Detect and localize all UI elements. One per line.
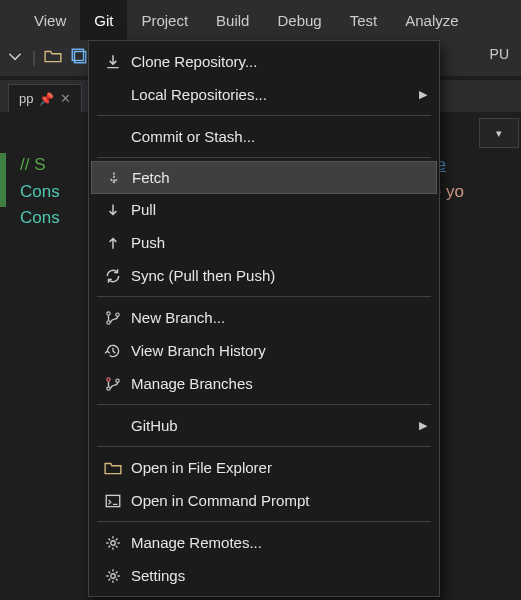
- menu-label: New Branch...: [131, 309, 225, 326]
- menu-label: Commit or Stash...: [131, 128, 255, 145]
- code-type: Cons: [20, 182, 60, 201]
- pull-icon: [101, 201, 125, 219]
- history-icon: [101, 342, 125, 360]
- menu-label: Pull: [131, 201, 156, 218]
- chevron-down-icon[interactable]: [6, 47, 24, 69]
- menu-test[interactable]: Test: [336, 0, 392, 40]
- toolbar-right-text: PU: [490, 46, 509, 62]
- open-folder-icon[interactable]: [44, 47, 62, 69]
- push-icon: [101, 234, 125, 252]
- menu-label: Settings: [131, 567, 185, 584]
- manage-remotes-item[interactable]: Manage Remotes...: [89, 526, 439, 559]
- svg-point-6: [107, 386, 110, 389]
- fetch-icon: [102, 169, 126, 187]
- pin-icon[interactable]: 📌: [39, 92, 54, 106]
- svg-point-2: [107, 311, 110, 314]
- separator: [97, 115, 431, 116]
- svg-point-3: [107, 320, 110, 323]
- separator: [97, 446, 431, 447]
- svg-point-5: [107, 377, 110, 380]
- menu-label: Fetch: [132, 169, 170, 186]
- clone-repository-item[interactable]: Clone Repository...: [89, 45, 439, 78]
- settings-item[interactable]: Settings: [89, 559, 439, 592]
- push-item[interactable]: Push: [89, 226, 439, 259]
- sync-icon: [101, 267, 125, 285]
- menubar: View Git Project Build Debug Test Analyz…: [0, 0, 521, 40]
- menu-label: GitHub: [131, 417, 178, 434]
- open-command-prompt-item[interactable]: Open in Command Prompt: [89, 484, 439, 517]
- git-dropdown: Clone Repository... Local Repositories..…: [88, 40, 440, 597]
- submenu-arrow-icon: ▶: [419, 419, 427, 432]
- svg-point-9: [111, 540, 116, 545]
- sync-item[interactable]: Sync (Pull then Push): [89, 259, 439, 292]
- menu-label: Open in Command Prompt: [131, 492, 309, 509]
- tab-name: pp: [19, 91, 33, 106]
- menu-analyze[interactable]: Analyze: [391, 0, 472, 40]
- menu-label: Manage Remotes...: [131, 534, 262, 551]
- terminal-icon: [101, 492, 125, 510]
- local-repositories-item[interactable]: Local Repositories... ▶: [89, 78, 439, 111]
- code-string: yo: [446, 182, 464, 201]
- menu-project[interactable]: Project: [127, 0, 202, 40]
- menu-label: Push: [131, 234, 165, 251]
- separator: |: [32, 49, 36, 67]
- separator: [97, 404, 431, 405]
- close-icon[interactable]: ✕: [60, 91, 71, 106]
- separator: [97, 296, 431, 297]
- save-all-icon[interactable]: [70, 47, 88, 69]
- separator: [97, 157, 431, 158]
- open-file-explorer-item[interactable]: Open in File Explorer: [89, 451, 439, 484]
- view-branch-history-item[interactable]: View Branch History: [89, 334, 439, 367]
- download-icon: [101, 53, 125, 71]
- svg-point-7: [116, 378, 119, 381]
- pull-item[interactable]: Pull: [89, 193, 439, 226]
- manage-branch-icon: [101, 375, 125, 393]
- gear-icon: [101, 567, 125, 585]
- svg-point-4: [116, 312, 119, 315]
- folder-icon: [101, 459, 125, 477]
- commit-stash-item[interactable]: Commit or Stash...: [89, 120, 439, 153]
- separator: [97, 521, 431, 522]
- file-tab[interactable]: pp 📌 ✕: [8, 84, 82, 112]
- menu-debug[interactable]: Debug: [263, 0, 335, 40]
- manage-branches-item[interactable]: Manage Branches: [89, 367, 439, 400]
- code-comment: // S: [20, 155, 46, 174]
- menu-build[interactable]: Build: [202, 0, 263, 40]
- svg-point-10: [111, 573, 116, 578]
- github-item[interactable]: GitHub ▶: [89, 409, 439, 442]
- menu-label: View Branch History: [131, 342, 266, 359]
- fetch-item[interactable]: Fetch: [91, 161, 437, 194]
- code-type: Cons: [20, 208, 60, 227]
- menu-label: Sync (Pull then Push): [131, 267, 275, 284]
- menu-label: Clone Repository...: [131, 53, 257, 70]
- menu-git[interactable]: Git: [80, 0, 127, 40]
- new-branch-item[interactable]: New Branch...: [89, 301, 439, 334]
- change-gutter: [0, 126, 8, 207]
- menu-label: Open in File Explorer: [131, 459, 272, 476]
- menu-label: Manage Branches: [131, 375, 253, 392]
- submenu-arrow-icon: ▶: [419, 88, 427, 101]
- branch-icon: [101, 309, 125, 327]
- menu-label: Local Repositories...: [131, 86, 267, 103]
- gear-icon: [101, 534, 125, 552]
- menu-view[interactable]: View: [20, 0, 80, 40]
